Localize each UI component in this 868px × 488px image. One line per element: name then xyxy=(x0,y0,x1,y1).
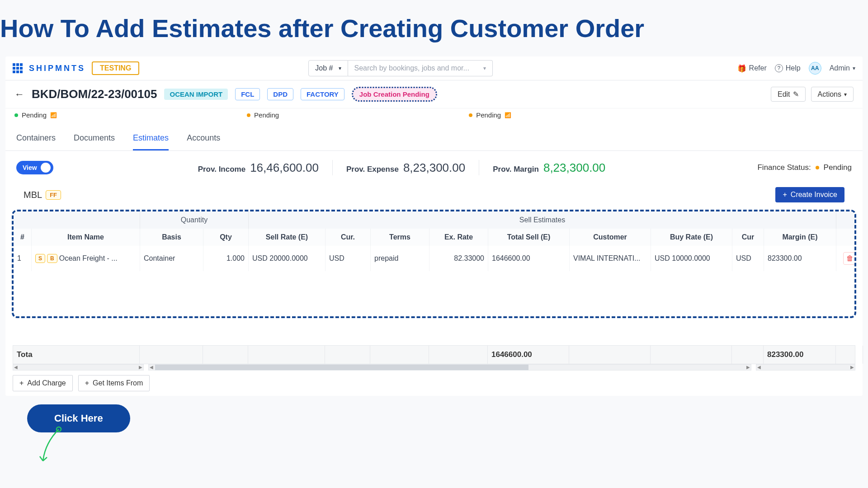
get-items-from-button[interactable]: +Get Items From xyxy=(78,375,150,391)
help-link[interactable]: ?Help xyxy=(775,64,801,72)
edit-icon: ✎ xyxy=(793,90,799,99)
prov-expense: Prov. Expense8,23,300.00 xyxy=(346,161,465,175)
mbl-row: MBL FF +Create Invoice xyxy=(5,184,863,207)
status-dot-icon xyxy=(469,113,472,117)
broadcast-icon: 📶 xyxy=(505,112,511,118)
cell-basis: Container xyxy=(140,246,203,271)
cell-currency: USD xyxy=(326,246,371,271)
create-invoice-button[interactable]: +Create Invoice xyxy=(775,187,844,202)
status-text: Pending xyxy=(476,111,501,119)
status-text: Pending xyxy=(22,111,47,119)
chevron-down-icon: ▾ xyxy=(844,91,847,98)
tabs: Containers Documents Estimates Accounts xyxy=(5,127,863,151)
col-qty: Qty xyxy=(203,229,249,246)
finance-status-value: Pending xyxy=(824,163,852,172)
plus-icon: + xyxy=(783,191,787,199)
divider xyxy=(332,160,333,175)
metric-label: Prov. Margin xyxy=(493,165,539,174)
hscroll-1[interactable]: ◀▶ xyxy=(13,364,144,371)
search-placeholder: Search by bookings, jobs and mor... xyxy=(354,64,469,72)
summary-row: View Prov. Income16,46,600.00 Prov. Expe… xyxy=(5,151,863,184)
bottom-actions: +Add Charge +Get Items From xyxy=(5,371,863,396)
cell-customer: VIMAL INTERNATI... xyxy=(570,246,651,271)
prov-margin: Prov. Margin8,23,300.00 xyxy=(493,161,605,175)
table-column-header: # Item Name Basis Qty Sell Rate (E) Cur.… xyxy=(14,229,854,246)
back-arrow-icon[interactable]: ← xyxy=(14,89,24,100)
col-sell-rate: Sell Rate (E) xyxy=(249,229,326,246)
col-terms: Terms xyxy=(371,229,429,246)
app-frame: SHIPMNTS TESTING Job #▾ Search by bookin… xyxy=(5,56,863,396)
item-name-text: Ocean Freight - ... xyxy=(59,254,118,263)
status-item-1: Pending📶 xyxy=(14,111,57,119)
actions-button[interactable]: Actions▾ xyxy=(811,87,854,102)
cell-num: 1 xyxy=(14,246,32,271)
brand-logo: SHIPMNTS xyxy=(29,64,85,73)
hscroll-3[interactable]: ◀▶ xyxy=(756,364,855,371)
chevron-down-icon: ▾ xyxy=(483,65,486,71)
chip-fcl: FCL xyxy=(235,88,260,100)
tab-accounts[interactable]: Accounts xyxy=(187,127,220,150)
topbar: SHIPMNTS TESTING Job #▾ Search by bookin… xyxy=(5,56,863,80)
prov-income: Prov. Income16,46,600.00 xyxy=(198,161,319,175)
refer-link[interactable]: 🎁Refer xyxy=(737,64,767,73)
actions-label: Actions xyxy=(818,90,841,99)
finance-status: Finance Status:Pending xyxy=(757,163,852,172)
help-icon: ? xyxy=(775,64,783,72)
admin-menu[interactable]: Admin▾ xyxy=(830,64,855,72)
user-avatar[interactable]: AA xyxy=(809,62,821,75)
total-margin-value: 823300.00 xyxy=(764,346,836,364)
tab-estimates[interactable]: Estimates xyxy=(133,127,169,150)
testing-badge: TESTING xyxy=(92,61,139,75)
toggle-knob-icon xyxy=(41,163,51,173)
status-item-3: Pending📶 xyxy=(469,111,511,119)
tab-containers[interactable]: Containers xyxy=(16,127,56,150)
edit-label: Edit xyxy=(778,90,790,99)
cell-total-sell: 1646600.00 xyxy=(488,246,570,271)
view-toggle[interactable]: View xyxy=(16,161,53,174)
status-dot-icon xyxy=(14,113,18,117)
add-charge-label: Add Charge xyxy=(27,379,66,387)
col-item-name: Item Name xyxy=(32,229,140,246)
order-header: ← BKD/BOM/22-23/00105 OCEAN IMPORT FCL D… xyxy=(5,80,863,108)
cell-margin: 823300.00 xyxy=(764,246,836,271)
col-basis: Basis xyxy=(140,229,203,246)
group-quantity: Quantity xyxy=(140,211,249,229)
page-title: How To Add Estimates after Creating Cust… xyxy=(0,0,868,56)
add-charge-button[interactable]: +Add Charge xyxy=(13,375,73,391)
metric-value: 8,23,300.00 xyxy=(403,161,465,175)
cell-item: SBOcean Freight - ... xyxy=(32,246,140,271)
plus-icon: + xyxy=(19,379,24,387)
create-invoice-label: Create Invoice xyxy=(791,191,837,199)
status-text: Pending xyxy=(254,111,279,119)
trash-icon[interactable]: 🗑 xyxy=(843,252,857,265)
tab-documents[interactable]: Documents xyxy=(74,127,115,150)
col-margin: Margin (E) xyxy=(764,229,836,246)
status-dot-icon xyxy=(247,113,250,117)
cell-buy-rate: USD 10000.0000 xyxy=(651,246,732,271)
col-currency: Cur. xyxy=(326,229,371,246)
cell-terms: prepaid xyxy=(371,246,429,271)
cell-currency-2: USD xyxy=(732,246,764,271)
total-label: Tota xyxy=(13,346,140,364)
chevron-down-icon: ▾ xyxy=(339,65,341,71)
job-type-select[interactable]: Job #▾ xyxy=(308,60,348,76)
estimates-table: Quantity Sell Estimates # Item Name Basi… xyxy=(12,210,856,318)
chip-job-creation-pending: Job Creation Pending xyxy=(352,87,437,102)
edit-button[interactable]: Edit✎ xyxy=(771,87,806,102)
admin-label: Admin xyxy=(830,64,850,72)
col-customer: Customer xyxy=(570,229,651,246)
total-sell-value: 1646600.00 xyxy=(488,346,569,364)
mbl-label: MBL xyxy=(24,190,42,200)
col-num: # xyxy=(14,229,32,246)
metric-label: Prov. Expense xyxy=(346,165,399,174)
global-search-input[interactable]: Search by bookings, jobs and mor...▾ xyxy=(348,60,493,76)
broadcast-icon: 📶 xyxy=(50,112,57,118)
hscroll-2[interactable]: ◀▶ xyxy=(148,364,751,371)
col-ex-rate: Ex. Rate xyxy=(429,229,488,246)
chip-dpd: DPD xyxy=(267,88,293,100)
apps-grid-icon[interactable] xyxy=(13,63,23,73)
chip-ocean-import: OCEAN IMPORT xyxy=(164,89,228,100)
arrow-annotation-icon xyxy=(36,425,72,470)
col-buy-rate: Buy Rate (E) xyxy=(651,229,732,246)
refer-label: Refer xyxy=(749,64,767,72)
